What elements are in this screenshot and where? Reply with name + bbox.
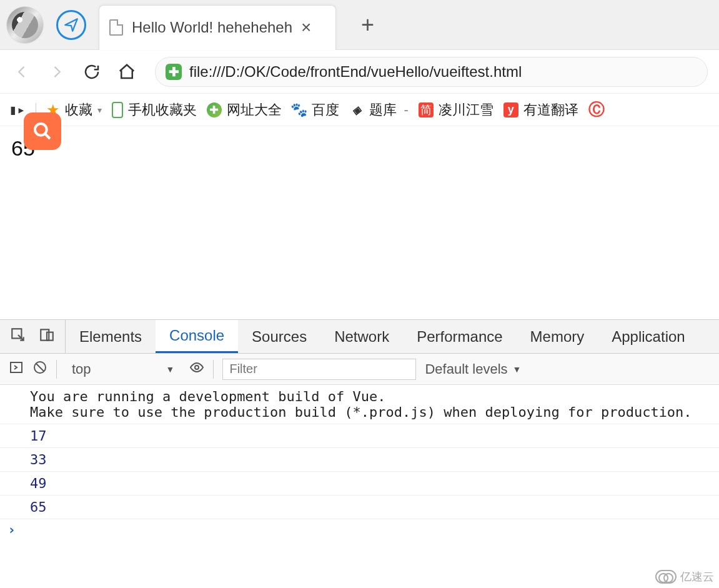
- browser-titlebar: Hello World! heheheheh × +: [0, 0, 719, 50]
- bookmark-label: 凌川江雪: [439, 101, 493, 119]
- tab-label: Application: [612, 328, 685, 346]
- caret-down-icon: ▾: [97, 105, 102, 115]
- browser-tab[interactable]: Hello World! heheheheh ×: [99, 5, 336, 50]
- browser-toolbar: ✚ file:///D:/OK/Code/frontEnd/vueHello/v…: [0, 50, 719, 94]
- tab-performance[interactable]: Performance: [403, 320, 516, 353]
- tab-network[interactable]: Network: [320, 320, 403, 353]
- tab-label: Performance: [417, 328, 502, 346]
- panel-toggle-icon[interactable]: ▮▸: [9, 102, 26, 117]
- bookmark-label: 题库: [369, 101, 397, 119]
- bookmark-label: 有道翻译: [523, 101, 578, 119]
- levels-label: Default levels: [425, 361, 507, 377]
- new-tab-button[interactable]: +: [361, 12, 374, 38]
- console-message-log: 17: [0, 424, 719, 448]
- clear-console-icon[interactable]: [32, 360, 47, 379]
- bookmark-extra-icon[interactable]: Ⓒ: [588, 99, 605, 121]
- tab-label: Memory: [530, 328, 585, 346]
- home-button[interactable]: [116, 61, 137, 82]
- triangle-down-icon: ▼: [166, 364, 175, 374]
- baidu-icon: 🐾: [292, 102, 307, 117]
- bookmark-sites[interactable]: ✚ 网址大全: [207, 101, 282, 119]
- bookmark-youdao[interactable]: y 有道翻译: [503, 101, 578, 119]
- favorites-label: 收藏: [65, 101, 92, 119]
- location-badge-icon[interactable]: [56, 10, 86, 40]
- tab-sources[interactable]: Sources: [238, 320, 320, 353]
- svg-rect-3: [47, 332, 53, 340]
- scope-label: top: [72, 361, 91, 377]
- phone-icon: [112, 102, 123, 118]
- devtools-controls: [0, 320, 66, 353]
- console-toolbar: top ▼ Default levels ▼: [0, 354, 719, 385]
- live-expression-icon[interactable]: [189, 360, 204, 379]
- tab-label: Sources: [252, 328, 307, 346]
- page-icon: [109, 19, 123, 36]
- reload-button[interactable]: [81, 61, 102, 82]
- console-prompt-icon[interactable]: ›: [0, 519, 719, 540]
- devtools-panel: Elements Console Sources Network Perform…: [0, 319, 719, 588]
- triangle-down-icon: ▼: [513, 364, 522, 374]
- dash: -: [404, 102, 409, 118]
- console-filter-input[interactable]: [222, 359, 416, 380]
- svg-point-0: [35, 124, 47, 136]
- shield-icon: ✚: [166, 64, 182, 80]
- jian-icon: 简: [419, 102, 434, 117]
- separator: [56, 360, 57, 379]
- console-sidebar-toggle-icon[interactable]: [9, 360, 24, 379]
- bookmarks-bar: ▮▸ ★ 收藏 ▾ 手机收藏夹 ✚ 网址大全 🐾 百度 ◈ 题库 - 简 凌川江…: [0, 94, 719, 126]
- log-levels-selector[interactable]: Default levels ▼: [425, 361, 521, 377]
- execution-context-selector[interactable]: top ▼: [66, 360, 181, 379]
- watermark: 亿速云: [655, 569, 714, 584]
- tab-elements[interactable]: Elements: [66, 320, 156, 353]
- separator: [213, 360, 214, 379]
- search-overlay-button[interactable]: [24, 112, 61, 150]
- bookmark-lingchuan[interactable]: 简 凌川江雪: [419, 101, 493, 119]
- bookmark-label: 网址大全: [227, 101, 282, 119]
- tiku-icon: ◈: [349, 102, 364, 117]
- svg-rect-2: [41, 329, 49, 340]
- tab-label: Network: [334, 328, 389, 346]
- watermark-text: 亿速云: [680, 569, 714, 584]
- bookmark-label: 百度: [312, 101, 339, 119]
- console-message-log: 49: [0, 472, 719, 496]
- shield-360-icon: ✚: [207, 102, 222, 117]
- youdao-icon: y: [503, 102, 518, 117]
- page-content: 65: [0, 126, 719, 171]
- console-message-warning: You are running a development build of V…: [0, 385, 719, 424]
- profile-avatar[interactable]: [6, 6, 44, 44]
- bookmark-tiku[interactable]: ◈ 题库 -: [349, 101, 409, 119]
- tab-label: Elements: [79, 328, 142, 346]
- device-toggle-icon[interactable]: [39, 327, 55, 347]
- url-text: file:///D:/OK/Code/frontEnd/vueHello/vue…: [189, 63, 522, 81]
- tab-console[interactable]: Console: [156, 320, 238, 353]
- console-output[interactable]: You are running a development build of V…: [0, 385, 719, 588]
- tab-application[interactable]: Application: [598, 320, 698, 353]
- svg-point-6: [195, 366, 199, 369]
- address-bar[interactable]: ✚ file:///D:/OK/Code/frontEnd/vueHello/v…: [155, 57, 708, 87]
- watermark-logo-icon: [655, 570, 677, 584]
- console-message-log: 65: [0, 496, 719, 519]
- inspect-icon[interactable]: [10, 327, 26, 347]
- console-message-log: 33: [0, 448, 719, 472]
- tab-label: Console: [169, 327, 224, 344]
- tab-title: Hello World! heheheheh: [132, 19, 292, 36]
- bookmark-label: 手机收藏夹: [128, 101, 197, 119]
- bookmark-baidu[interactable]: 🐾 百度: [292, 101, 339, 119]
- forward-button[interactable]: [46, 61, 67, 82]
- devtools-tabbar: Elements Console Sources Network Perform…: [0, 320, 719, 354]
- back-button[interactable]: [11, 61, 32, 82]
- close-tab-icon[interactable]: ×: [301, 17, 311, 37]
- tab-memory[interactable]: Memory: [517, 320, 598, 353]
- bookmark-mobile[interactable]: 手机收藏夹: [112, 101, 197, 119]
